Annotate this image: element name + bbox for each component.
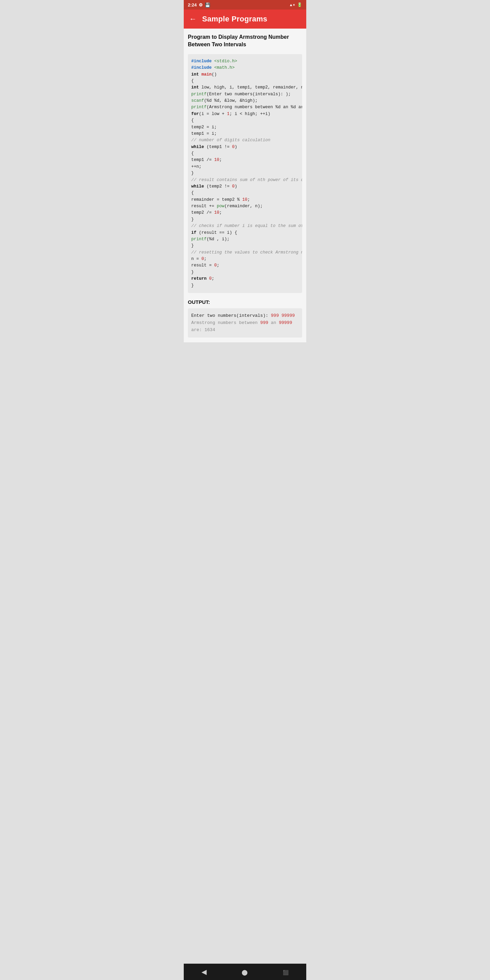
status-time: 2:24 — [188, 2, 197, 8]
page-title: Sample Programs — [202, 14, 267, 24]
output-block: Enter two numbers(intervals): 999 99999 … — [188, 308, 302, 337]
back-button[interactable]: ← — [189, 14, 197, 24]
output-label: OUTPUT: — [188, 299, 302, 305]
gear-icon — [199, 2, 203, 8]
status-bar-right: ▲× 🔋 — [289, 2, 302, 7]
content-area: Program to Display Armstrong Number Betw… — [184, 29, 306, 342]
status-bar-left: 2:24 — [188, 2, 210, 8]
battery-icon: 🔋 — [297, 2, 302, 7]
sd-card-icon — [205, 2, 210, 8]
signal-icon: ▲× — [289, 3, 295, 7]
article-title: Program to Display Armstrong Number Betw… — [188, 33, 302, 49]
app-bar: ← Sample Programs — [184, 10, 306, 29]
status-bar: 2:24 ▲× 🔋 — [184, 0, 306, 10]
code-block[interactable]: #include <stdio.h> #include <math.h> int… — [188, 54, 302, 293]
